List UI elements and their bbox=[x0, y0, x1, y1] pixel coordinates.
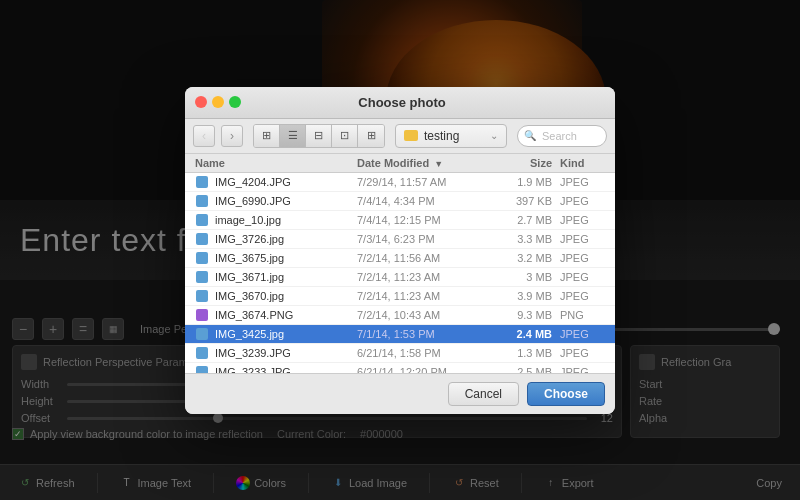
col-name-header[interactable]: Name bbox=[195, 157, 357, 169]
file-size: 397 KB bbox=[497, 195, 552, 207]
file-size: 2.7 MB bbox=[497, 214, 552, 226]
file-date: 7/2/14, 11:23 AM bbox=[357, 271, 497, 283]
file-name: IMG_3239.JPG bbox=[215, 347, 357, 359]
image-file-icon bbox=[196, 290, 208, 302]
forward-button[interactable]: › bbox=[221, 125, 243, 147]
image-file-icon bbox=[196, 252, 208, 264]
file-icon bbox=[195, 346, 209, 360]
col-size-header[interactable]: Size bbox=[497, 157, 552, 169]
dialog-overlay: Choose photo ‹ › ⊞ ☰ ⊟ ⊡ ⊞ testing ⌄ 🔍 bbox=[0, 0, 800, 500]
file-name: IMG_3670.jpg bbox=[215, 290, 357, 302]
file-kind: JPEG bbox=[560, 290, 605, 302]
file-size: 3.3 MB bbox=[497, 233, 552, 245]
file-icon bbox=[195, 213, 209, 227]
file-icon bbox=[195, 270, 209, 284]
file-name: IMG_3425.jpg bbox=[215, 328, 357, 340]
file-size: 3.9 MB bbox=[497, 290, 552, 302]
choose-button[interactable]: Choose bbox=[527, 382, 605, 406]
icon-view-button[interactable]: ⊞ bbox=[254, 125, 280, 147]
image-file-icon bbox=[196, 176, 208, 188]
file-date: 6/21/14, 1:58 PM bbox=[357, 347, 497, 359]
col-date-header[interactable]: Date Modified ▼ bbox=[357, 157, 497, 169]
coverflow-view-button[interactable]: ⊡ bbox=[332, 125, 358, 147]
search-placeholder: Search bbox=[542, 130, 577, 142]
minimize-button[interactable] bbox=[212, 96, 224, 108]
traffic-lights bbox=[195, 96, 241, 108]
file-date: 6/21/14, 12:20 PM bbox=[357, 366, 497, 373]
file-size: 1.3 MB bbox=[497, 347, 552, 359]
dialog-title: Choose photo bbox=[249, 95, 555, 110]
cancel-button[interactable]: Cancel bbox=[448, 382, 519, 406]
file-kind: JPEG bbox=[560, 233, 605, 245]
search-box[interactable]: 🔍 Search bbox=[517, 125, 607, 147]
file-list: IMG_4204.JPG 7/29/14, 11:57 AM 1.9 MB JP… bbox=[185, 173, 615, 373]
folder-select[interactable]: testing ⌄ bbox=[395, 124, 507, 148]
file-name: IMG_3726.jpg bbox=[215, 233, 357, 245]
image-file-icon bbox=[196, 214, 208, 226]
image-file-icon bbox=[196, 271, 208, 283]
file-row[interactable]: IMG_3726.jpg 7/3/14, 6:23 PM 3.3 MB JPEG bbox=[185, 230, 615, 249]
file-row[interactable]: IMG_3674.PNG 7/2/14, 10:43 AM 9.3 MB PNG bbox=[185, 306, 615, 325]
file-row[interactable]: image_10.jpg 7/4/14, 12:15 PM 2.7 MB JPE… bbox=[185, 211, 615, 230]
file-date: 7/29/14, 11:57 AM bbox=[357, 176, 497, 188]
file-row[interactable]: IMG_4204.JPG 7/29/14, 11:57 AM 1.9 MB JP… bbox=[185, 173, 615, 192]
file-icon bbox=[195, 232, 209, 246]
file-name: IMG_6990.JPG bbox=[215, 195, 357, 207]
file-kind: JPEG bbox=[560, 328, 605, 340]
file-icon bbox=[195, 289, 209, 303]
dialog-toolbar: ‹ › ⊞ ☰ ⊟ ⊡ ⊞ testing ⌄ 🔍 Search bbox=[185, 119, 615, 154]
file-kind: JPEG bbox=[560, 271, 605, 283]
file-kind: JPEG bbox=[560, 176, 605, 188]
image-file-icon bbox=[196, 347, 208, 359]
share-view-button[interactable]: ⊞ bbox=[358, 125, 384, 147]
search-icon: 🔍 bbox=[524, 130, 536, 141]
image-file-icon bbox=[196, 366, 208, 373]
file-dialog: Choose photo ‹ › ⊞ ☰ ⊟ ⊡ ⊞ testing ⌄ 🔍 bbox=[185, 87, 615, 414]
file-size: 9.3 MB bbox=[497, 309, 552, 321]
file-icon bbox=[195, 308, 209, 322]
file-row[interactable]: IMG_3233.JPG 6/21/14, 12:20 PM 2.5 MB JP… bbox=[185, 363, 615, 373]
image-file-icon bbox=[196, 233, 208, 245]
file-row[interactable]: IMG_3675.jpg 7/2/14, 11:56 AM 3.2 MB JPE… bbox=[185, 249, 615, 268]
file-icon bbox=[195, 327, 209, 341]
folder-icon bbox=[404, 130, 418, 141]
close-button[interactable] bbox=[195, 96, 207, 108]
file-icon bbox=[195, 175, 209, 189]
file-date: 7/2/14, 11:56 AM bbox=[357, 252, 497, 264]
file-kind: JPEG bbox=[560, 214, 605, 226]
col-kind-header[interactable]: Kind bbox=[560, 157, 605, 169]
list-view-button[interactable]: ☰ bbox=[280, 125, 306, 147]
file-name: IMG_3674.PNG bbox=[215, 309, 357, 321]
file-name: IMG_4204.JPG bbox=[215, 176, 357, 188]
sort-arrow: ▼ bbox=[434, 159, 443, 169]
file-date: 7/3/14, 6:23 PM bbox=[357, 233, 497, 245]
file-name: IMG_3233.JPG bbox=[215, 366, 357, 373]
file-row[interactable]: IMG_6990.JPG 7/4/14, 4:34 PM 397 KB JPEG bbox=[185, 192, 615, 211]
folder-name: testing bbox=[424, 129, 459, 143]
file-kind: JPEG bbox=[560, 347, 605, 359]
file-size: 1.9 MB bbox=[497, 176, 552, 188]
maximize-button[interactable] bbox=[229, 96, 241, 108]
file-size: 2.4 MB bbox=[497, 328, 552, 340]
folder-dropdown-arrow: ⌄ bbox=[490, 130, 498, 141]
file-kind: JPEG bbox=[560, 195, 605, 207]
file-row[interactable]: IMG_3425.jpg 7/1/14, 1:53 PM 2.4 MB JPEG bbox=[185, 325, 615, 344]
image-file-icon bbox=[196, 328, 208, 340]
file-date: 7/2/14, 10:43 AM bbox=[357, 309, 497, 321]
image-file-icon bbox=[196, 309, 208, 321]
view-buttons: ⊞ ☰ ⊟ ⊡ ⊞ bbox=[253, 124, 385, 148]
image-file-icon bbox=[196, 195, 208, 207]
file-kind: JPEG bbox=[560, 252, 605, 264]
file-date: 7/2/14, 11:23 AM bbox=[357, 290, 497, 302]
file-icon bbox=[195, 365, 209, 373]
file-date: 7/4/14, 12:15 PM bbox=[357, 214, 497, 226]
file-name: IMG_3671.jpg bbox=[215, 271, 357, 283]
column-view-button[interactable]: ⊟ bbox=[306, 125, 332, 147]
file-row[interactable]: IMG_3670.jpg 7/2/14, 11:23 AM 3.9 MB JPE… bbox=[185, 287, 615, 306]
file-date: 7/1/14, 1:53 PM bbox=[357, 328, 497, 340]
file-row[interactable]: IMG_3239.JPG 6/21/14, 1:58 PM 1.3 MB JPE… bbox=[185, 344, 615, 363]
file-size: 3.2 MB bbox=[497, 252, 552, 264]
file-size: 3 MB bbox=[497, 271, 552, 283]
file-row[interactable]: IMG_3671.jpg 7/2/14, 11:23 AM 3 MB JPEG bbox=[185, 268, 615, 287]
back-button[interactable]: ‹ bbox=[193, 125, 215, 147]
